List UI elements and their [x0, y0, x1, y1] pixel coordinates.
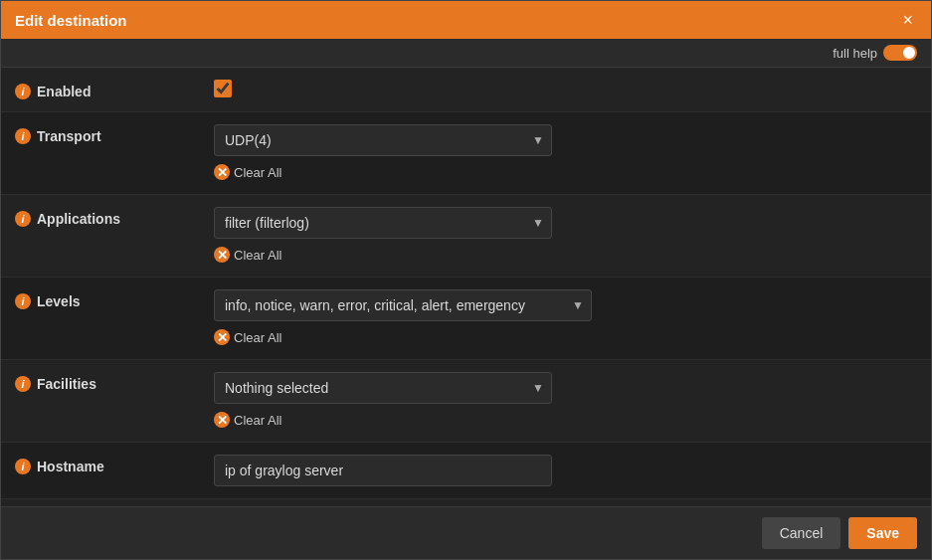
- save-button[interactable]: Save: [848, 517, 917, 549]
- full-help-label: full help: [833, 46, 877, 61]
- transport-label: i Transport: [15, 124, 214, 144]
- applications-content: filter (filterlog) ▼ ✕ Clear All: [214, 207, 917, 265]
- port-row: i Port: [1, 499, 931, 506]
- facilities-clear-all-button[interactable]: ✕ Clear All: [214, 410, 917, 430]
- hostname-row: i Hostname: [1, 443, 931, 499]
- facilities-label: i Facilities: [15, 372, 214, 392]
- enabled-info-icon: i: [15, 84, 31, 99]
- applications-row: i Applications filter (filterlog) ▼ ✕ Cl…: [1, 195, 931, 278]
- modal-toolbar: full help: [1, 39, 931, 68]
- full-help-toggle[interactable]: [883, 45, 917, 61]
- levels-select-wrapper: info, notice, warn, error, critical, ale…: [214, 289, 592, 321]
- levels-row: i Levels info, notice, warn, error, crit…: [1, 278, 931, 360]
- applications-info-icon: i: [15, 211, 31, 227]
- hostname-input[interactable]: [214, 455, 552, 486]
- applications-label: i Applications: [15, 207, 214, 227]
- levels-select[interactable]: info, notice, warn, error, critical, ale…: [214, 289, 592, 321]
- facilities-select[interactable]: Nothing selected: [214, 372, 552, 404]
- facilities-row: i Facilities Nothing selected ▼ ✕ Clear …: [1, 360, 931, 443]
- hostname-label: i Hostname: [15, 455, 214, 474]
- facilities-info-icon: i: [15, 376, 31, 392]
- transport-content: UDP(4) ▼ ✕ Clear All: [214, 124, 917, 182]
- applications-select-wrapper: filter (filterlog) ▼: [214, 207, 552, 239]
- levels-info-icon: i: [15, 293, 31, 309]
- modal-footer: Cancel Save: [1, 506, 931, 559]
- applications-clear-icon: ✕: [214, 247, 230, 263]
- enabled-label: i Enabled: [15, 80, 214, 99]
- enabled-checkbox[interactable]: [214, 80, 232, 97]
- transport-info-icon: i: [15, 128, 31, 144]
- levels-clear-icon: ✕: [214, 329, 230, 345]
- transport-clear-icon: ✕: [214, 164, 230, 180]
- hostname-content: [214, 455, 917, 486]
- edit-destination-modal: Edit destination × full help i Enabled i…: [0, 0, 932, 560]
- hostname-info-icon: i: [15, 459, 31, 474]
- modal-body: i Enabled i Transport UDP(4) ▼: [1, 68, 931, 506]
- levels-label: i Levels: [15, 289, 214, 309]
- levels-content: info, notice, warn, error, critical, ale…: [214, 289, 917, 347]
- close-button[interactable]: ×: [898, 11, 917, 29]
- enabled-content: [214, 80, 917, 97]
- applications-clear-all-button[interactable]: ✕ Clear All: [214, 245, 917, 265]
- applications-select[interactable]: filter (filterlog): [214, 207, 552, 239]
- modal-title: Edit destination: [15, 12, 127, 29]
- full-help-section: full help: [833, 45, 917, 61]
- transport-clear-all-button[interactable]: ✕ Clear All: [214, 162, 917, 182]
- transport-select-wrapper: UDP(4) ▼: [214, 124, 552, 156]
- modal-header: Edit destination ×: [1, 1, 931, 39]
- facilities-content: Nothing selected ▼ ✕ Clear All: [214, 372, 917, 430]
- cancel-button[interactable]: Cancel: [762, 517, 841, 549]
- transport-select[interactable]: UDP(4): [214, 124, 552, 156]
- levels-clear-all-button[interactable]: ✕ Clear All: [214, 327, 917, 347]
- enabled-row: i Enabled: [1, 68, 931, 112]
- facilities-clear-icon: ✕: [214, 412, 230, 428]
- transport-row: i Transport UDP(4) ▼ ✕ Clear All: [1, 112, 931, 195]
- facilities-select-wrapper: Nothing selected ▼: [214, 372, 552, 404]
